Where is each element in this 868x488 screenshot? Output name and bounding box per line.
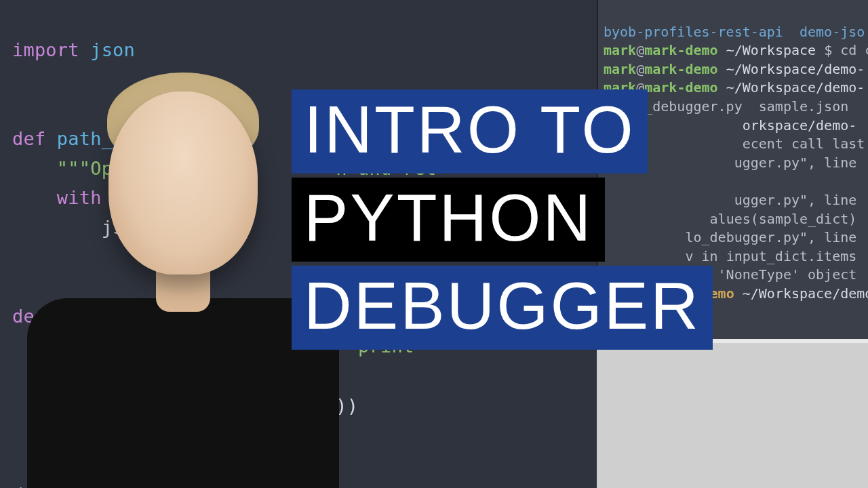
docstring: """Open file h and ret [12,158,436,179]
strip-divider [597,339,868,343]
fn-path-to-dict: path_to_dict [57,128,191,149]
terminal-panel: byob-profiles-rest-api demo-jso mark@mar… [597,0,868,339]
fn-print: print_ [57,306,124,327]
code-editor-panel: import json def path_to_dict(pa """Open … [0,0,597,488]
lower-right-strip [597,339,868,488]
kw-import: import [12,39,79,60]
docstring: """Loo print [12,336,414,357]
fn-main: main [57,484,102,488]
